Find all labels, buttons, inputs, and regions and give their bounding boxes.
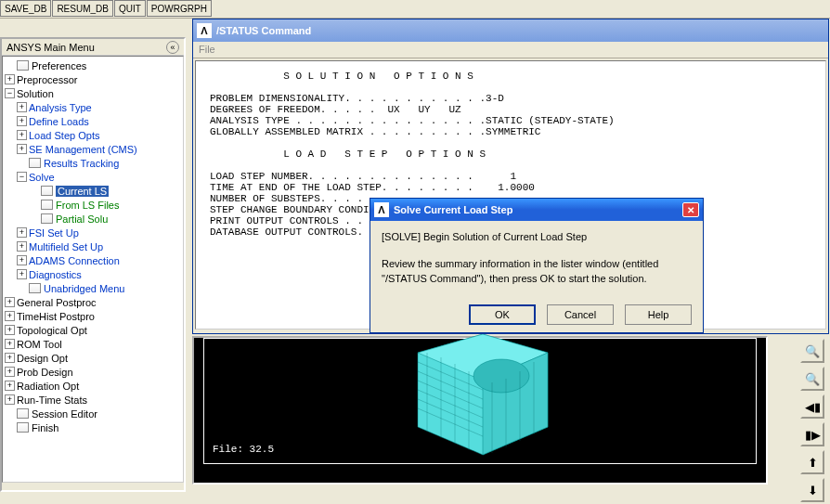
- tree-multifield-setup[interactable]: +Multifield Set Up: [5, 239, 181, 253]
- tree-solve[interactable]: −Solve: [5, 170, 181, 184]
- top-toolbar: SAVE_DB RESUM_DB QUIT POWRGRPH: [0, 0, 830, 19]
- tree-diagnostics[interactable]: +Diagnostics: [5, 267, 181, 281]
- tree-timehist-postpro[interactable]: +TimeHist Postpro: [5, 309, 181, 323]
- tree-results-tracking[interactable]: Results Tracking: [5, 156, 181, 170]
- tree-from-ls-files[interactable]: From LS Files: [5, 198, 181, 212]
- rotate-left-button[interactable]: ◀▮: [800, 394, 824, 419]
- tree-load-step-opts[interactable]: +Load Step Opts: [5, 128, 181, 142]
- expand-icon[interactable]: +: [17, 255, 27, 265]
- status-title-bar[interactable]: Λ /STATUS Command: [193, 19, 828, 42]
- expand-icon[interactable]: +: [17, 144, 27, 154]
- collapse-icon[interactable]: «: [166, 41, 179, 54]
- main-menu-title: ANSYS Main Menu: [6, 42, 95, 53]
- dialog-buttons: OK Cancel Help: [382, 299, 692, 325]
- ansys-logo-icon: Λ: [374, 202, 389, 217]
- expand-icon[interactable]: +: [5, 339, 15, 349]
- expand-icon[interactable]: +: [5, 381, 15, 391]
- dialog-title: Solve Current Load Step: [394, 204, 512, 215]
- expand-icon[interactable]: +: [17, 241, 27, 252]
- status-window-title: /STATUS Command: [216, 25, 311, 36]
- tree-topological-opt[interactable]: +Topological Opt: [5, 323, 181, 337]
- tree-preferences[interactable]: Preferences: [5, 58, 181, 72]
- tree-se-management[interactable]: +SE Management (CMS): [5, 142, 181, 156]
- tree-session-editor[interactable]: Session Editor: [5, 407, 181, 420]
- close-icon[interactable]: ✕: [682, 202, 699, 217]
- rotate-right-button[interactable]: ▮▶: [800, 422, 824, 446]
- tree-general-postproc[interactable]: +General Postproc: [5, 295, 181, 309]
- resum-db-button[interactable]: RESUM_DB: [52, 0, 113, 17]
- tree-adams-connection[interactable]: +ADAMS Connection: [5, 253, 181, 267]
- svg-point-3: [473, 359, 529, 393]
- view-toolbar: 🔍 🔍 ◀▮ ▮▶ ⬆ ⬇: [800, 339, 828, 502]
- main-menu-header: ANSYS Main Menu «: [2, 39, 184, 56]
- dialog-line1: [SOLVE] Begin Solution of Current Load S…: [382, 230, 692, 244]
- expand-icon[interactable]: +: [5, 353, 15, 363]
- tree-solution[interactable]: −Solution: [5, 86, 181, 100]
- status-menu-bar: File: [193, 42, 828, 58]
- save-db-button[interactable]: SAVE_DB: [0, 0, 51, 17]
- tree-runtime-stats[interactable]: +Run-Time Stats: [5, 393, 181, 407]
- expand-icon[interactable]: +: [5, 367, 15, 377]
- tree-radiation-opt[interactable]: +Radiation Opt: [5, 379, 181, 393]
- quit-button[interactable]: QUIT: [114, 0, 146, 17]
- file-menu[interactable]: File: [199, 44, 215, 55]
- expand-icon[interactable]: +: [5, 74, 15, 84]
- zoom-out-button[interactable]: 🔍: [800, 367, 824, 391]
- tree-analysis-type[interactable]: +Analysis Type: [5, 100, 181, 114]
- tree-partial-solu[interactable]: Partial Solu: [5, 212, 181, 226]
- expand-icon[interactable]: +: [17, 102, 27, 112]
- pan-down-button[interactable]: ⬇: [800, 478, 824, 502]
- powrgrph-button[interactable]: POWRGRPH: [147, 0, 212, 17]
- tree-design-opt[interactable]: +Design Opt: [5, 351, 181, 365]
- help-button[interactable]: Help: [625, 304, 692, 325]
- dialog-line2: Review the summary information in the li…: [382, 257, 692, 286]
- collapse-icon[interactable]: −: [5, 88, 15, 98]
- tree-define-loads[interactable]: +Define Loads: [5, 114, 181, 128]
- ok-button[interactable]: OK: [469, 304, 536, 325]
- expand-icon[interactable]: +: [5, 297, 15, 307]
- solve-dialog: Λ Solve Current Load Step ✕ [SOLVE] Begi…: [370, 198, 704, 333]
- graphics-viewport[interactable]: File: 32.5: [192, 336, 768, 485]
- expand-icon[interactable]: +: [17, 130, 27, 140]
- expand-icon[interactable]: +: [17, 227, 27, 238]
- expand-icon[interactable]: +: [5, 325, 15, 335]
- dialog-title-bar[interactable]: Λ Solve Current Load Step ✕: [370, 199, 703, 221]
- expand-icon[interactable]: +: [5, 311, 15, 321]
- file-label: File: 32.5: [213, 444, 274, 455]
- tree-rom-tool[interactable]: +ROM Tool: [5, 337, 181, 351]
- graphics-frame: [203, 338, 757, 464]
- tree-preprocessor[interactable]: +Preprocessor: [5, 72, 181, 86]
- main-menu-panel: ANSYS Main Menu « Preferences +Preproces…: [0, 37, 186, 492]
- expand-icon[interactable]: +: [17, 116, 27, 126]
- tree-unabridged-menu[interactable]: Unabridged Menu: [5, 281, 181, 295]
- pan-up-button[interactable]: ⬆: [800, 450, 824, 474]
- ansys-logo-icon: Λ: [197, 23, 212, 38]
- cancel-button[interactable]: Cancel: [547, 304, 614, 325]
- expand-icon[interactable]: +: [5, 394, 15, 405]
- tree-prob-design[interactable]: +Prob Design: [5, 365, 181, 379]
- tree-current-ls[interactable]: Current LS: [5, 184, 181, 198]
- tree-fsi-setup[interactable]: +FSI Set Up: [5, 226, 181, 239]
- tree-finish[interactable]: Finish: [5, 420, 181, 434]
- collapse-icon[interactable]: −: [17, 172, 27, 182]
- dialog-body: [SOLVE] Begin Solution of Current Load S…: [370, 221, 703, 332]
- zoom-in-button[interactable]: 🔍: [800, 339, 824, 363]
- expand-icon[interactable]: +: [17, 269, 27, 279]
- menu-tree: Preferences +Preprocessor −Solution +Ana…: [2, 56, 184, 483]
- mesh-model-icon: [390, 334, 576, 459]
